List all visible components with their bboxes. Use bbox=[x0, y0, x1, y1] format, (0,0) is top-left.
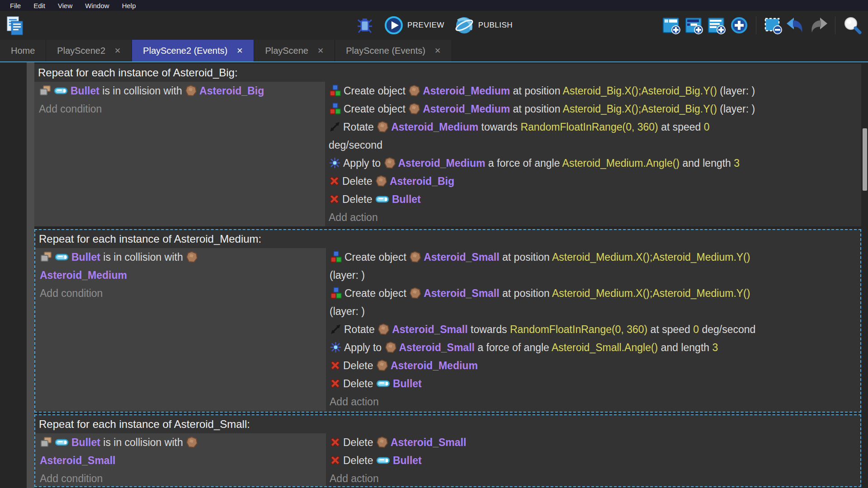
row-text: and length bbox=[679, 157, 734, 169]
menu-view[interactable]: View bbox=[52, 1, 78, 10]
tab-bar: HomePlayScene2✕PlayScene2 (Events)✕PlayS… bbox=[0, 40, 868, 61]
row-text: Delete bbox=[343, 378, 376, 389]
event-body: Bullet is in collision with Asteroid_Big… bbox=[34, 82, 861, 226]
action-row[interactable]: Delete Bullet bbox=[330, 375, 860, 393]
event-body: Bullet is in collision with Asteroid_Med… bbox=[35, 248, 860, 411]
add-event-button[interactable] bbox=[662, 15, 681, 35]
action-row[interactable]: Create object Asteroid_Small at position… bbox=[330, 284, 860, 302]
add-action-link[interactable]: Add action bbox=[330, 393, 860, 411]
project-icon bbox=[6, 16, 24, 36]
condition-row[interactable]: Bullet is in collision with Asteroid_Big bbox=[39, 82, 325, 100]
action-row[interactable]: Delete Asteroid_Big bbox=[329, 172, 861, 190]
expression: 3 bbox=[734, 157, 740, 169]
condition-row[interactable]: Asteroid_Medium bbox=[40, 266, 326, 284]
action-row[interactable]: Delete Asteroid_Medium bbox=[330, 357, 860, 375]
action-row[interactable]: Rotate Asteroid_Medium towards RandomFlo… bbox=[329, 118, 861, 136]
object-name: Asteroid_Medium bbox=[391, 360, 478, 371]
event-header[interactable]: Repeat for each instance of Asteroid_Med… bbox=[35, 230, 860, 248]
action-row[interactable]: Create object Asteroid_Medium at positio… bbox=[329, 82, 861, 100]
event-header[interactable]: Repeat for each instance of Asteroid_Big… bbox=[34, 64, 861, 82]
close-icon[interactable]: ✕ bbox=[317, 47, 324, 55]
tab-home[interactable]: Home bbox=[0, 40, 46, 61]
menu-file[interactable]: File bbox=[5, 1, 26, 10]
undo-button[interactable] bbox=[786, 15, 805, 35]
action-row[interactable]: Delete Bullet bbox=[329, 190, 861, 208]
action-row[interactable]: Apply to Asteroid_Medium a force of angl… bbox=[329, 154, 861, 172]
delete-selection-button[interactable] bbox=[764, 15, 783, 35]
tab-playscene-events[interactable]: PlayScene (Events)✕ bbox=[335, 40, 452, 61]
choose-event-button[interactable] bbox=[730, 15, 749, 35]
menu-edit[interactable]: Edit bbox=[28, 1, 51, 10]
action-row[interactable]: Create object Asteroid_Medium at positio… bbox=[329, 100, 861, 118]
preview-button[interactable]: PREVIEW bbox=[384, 16, 444, 35]
object-name: Asteroid_Medium bbox=[40, 269, 127, 281]
publish-button[interactable]: PUBLISH bbox=[454, 15, 513, 35]
conditions-column: Bullet is in collision with Asteroid_Med… bbox=[35, 248, 326, 411]
action-row[interactable]: (layer: ) bbox=[330, 302, 860, 320]
add-choice-icon bbox=[730, 16, 749, 35]
action-row[interactable]: deg/second bbox=[329, 136, 861, 154]
action-row[interactable]: (layer: ) bbox=[330, 266, 860, 284]
object-name: Bullet bbox=[71, 85, 99, 97]
close-icon[interactable]: ✕ bbox=[236, 47, 243, 55]
menu-window[interactable]: Window bbox=[80, 1, 114, 10]
object-name: Bullet bbox=[392, 193, 421, 205]
condition-row[interactable]: Asteroid_Small bbox=[40, 451, 326, 469]
object-name: Asteroid_Small bbox=[424, 287, 499, 299]
event-body: Bullet is in collision with Asteroid_Sma… bbox=[35, 433, 860, 487]
expression: Asteroid_Medium.Angle() bbox=[562, 157, 680, 169]
event-block[interactable]: Repeat for each instance of Asteroid_Sma… bbox=[34, 414, 861, 487]
expression: Asteroid_Big.X();Asteroid_Big.Y() bbox=[563, 103, 717, 115]
condition-row[interactable]: Bullet is in collision with bbox=[40, 433, 326, 451]
row-text: Delete bbox=[343, 360, 376, 371]
row-text: Create object bbox=[344, 287, 409, 299]
event-block[interactable]: Repeat for each instance of Asteroid_Big… bbox=[34, 64, 861, 226]
toolbar-separator bbox=[756, 16, 756, 34]
force-icon bbox=[330, 341, 342, 353]
tab-playscene2[interactable]: PlayScene2✕ bbox=[46, 40, 132, 61]
asteroid-icon bbox=[375, 175, 387, 187]
add-action-link[interactable]: Add action bbox=[329, 208, 861, 226]
object-name: Bullet bbox=[71, 436, 100, 448]
tab-playscene2-events[interactable]: PlayScene2 (Events)✕ bbox=[132, 40, 254, 61]
add-action-link[interactable]: Add action bbox=[330, 469, 860, 487]
add-condition-link[interactable]: Add condition bbox=[39, 100, 325, 118]
scrollbar-thumb[interactable] bbox=[863, 128, 867, 191]
delete-icon bbox=[330, 360, 341, 371]
bullet-icon bbox=[376, 456, 391, 465]
action-row[interactable]: Delete Bullet bbox=[330, 451, 860, 469]
event-block[interactable]: Repeat for each instance of Asteroid_Med… bbox=[34, 229, 861, 413]
action-row[interactable]: Rotate Asteroid_Small towards RandomFloa… bbox=[330, 320, 860, 338]
row-text: at position bbox=[510, 85, 562, 97]
row-text: and length bbox=[658, 342, 712, 353]
project-manager-button[interactable] bbox=[5, 16, 24, 36]
row-text: Create object bbox=[344, 85, 408, 97]
close-icon[interactable]: ✕ bbox=[434, 47, 441, 55]
row-text: a force of angle bbox=[485, 157, 562, 169]
add-subevent-button[interactable] bbox=[684, 15, 703, 35]
delete-icon bbox=[329, 175, 340, 187]
asteroid-icon bbox=[376, 359, 388, 371]
menu-help[interactable]: Help bbox=[117, 1, 142, 10]
add-condition-link[interactable]: Add condition bbox=[40, 469, 326, 487]
row-text: Delete bbox=[342, 175, 375, 187]
debug-button[interactable] bbox=[355, 15, 374, 35]
collision-icon bbox=[40, 251, 52, 263]
action-row[interactable]: Delete Asteroid_Small bbox=[330, 433, 860, 451]
event-header[interactable]: Repeat for each instance of Asteroid_Sma… bbox=[35, 415, 860, 433]
close-icon[interactable]: ✕ bbox=[114, 47, 121, 55]
redo-button[interactable] bbox=[809, 15, 828, 35]
action-row[interactable]: Apply to Asteroid_Small a force of angle… bbox=[330, 338, 860, 357]
search-button[interactable] bbox=[843, 15, 862, 35]
condition-row[interactable]: Bullet is in collision with bbox=[40, 248, 326, 266]
add-comment-button[interactable] bbox=[707, 15, 726, 35]
add-event-icon bbox=[662, 16, 681, 35]
tab-playscene[interactable]: PlayScene✕ bbox=[254, 40, 335, 61]
add-condition-link[interactable]: Add condition bbox=[40, 284, 326, 302]
events-sheet: Repeat for each instance of Asteroid_Big… bbox=[0, 62, 868, 488]
toolbar-center: PREVIEW PUBLISH bbox=[355, 11, 513, 40]
create-icon bbox=[330, 286, 342, 300]
action-row[interactable]: Create object Asteroid_Small at position… bbox=[330, 248, 860, 266]
tab-label: PlayScene (Events) bbox=[346, 46, 425, 56]
asteroid-icon bbox=[385, 341, 397, 353]
